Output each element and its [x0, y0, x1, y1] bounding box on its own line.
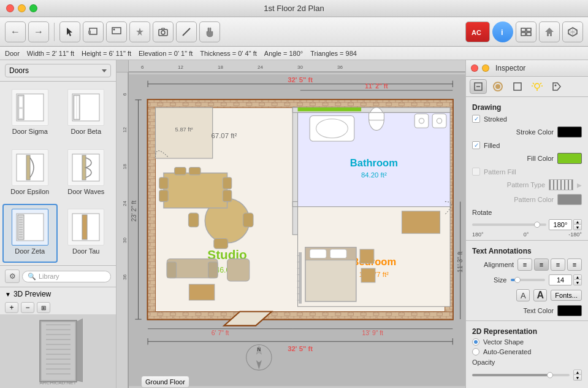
- back-button[interactable]: ←: [5, 21, 26, 42]
- svg-text:32' 5" ft: 32' 5" ft: [288, 76, 313, 83]
- plan-area[interactable]: 6 12 18 24 30 36 6 12 18 24 30 36: [116, 60, 465, 388]
- vector-shape-radio[interactable]: [472, 338, 479, 346]
- fill-color-box[interactable]: [557, 153, 582, 164]
- door-item-zeta[interactable]: Door Zeta: [2, 204, 58, 263]
- door-item-epsilon[interactable]: Door Epsilon: [2, 144, 58, 203]
- opacity-down[interactable]: ▼: [573, 375, 582, 381]
- info-thickness: Thickness = 0' 4" ft: [200, 50, 257, 57]
- tool-camera[interactable]: [153, 21, 174, 42]
- tool-hand[interactable]: [199, 21, 220, 42]
- svg-rect-119: [214, 238, 228, 249]
- svg-text:18: 18: [218, 64, 223, 70]
- inspector-close-btn[interactable]: [471, 64, 478, 72]
- svg-text:6: 6: [122, 93, 128, 96]
- tool-magic[interactable]: [129, 21, 150, 42]
- insp-tab-pen[interactable]: [470, 79, 487, 94]
- settings-btn[interactable]: ⚙: [5, 270, 20, 283]
- door-item-sigma[interactable]: Door Sigma: [2, 84, 58, 143]
- svg-text:32' 5" ft: 32' 5" ft: [288, 345, 313, 352]
- stroked-row: Stroked: [466, 113, 588, 125]
- svg-rect-125: [223, 177, 232, 189]
- archicad-btn[interactable]: AC: [465, 21, 490, 42]
- inspector-min-btn[interactable]: [482, 64, 489, 72]
- view-btn[interactable]: [516, 21, 536, 42]
- svg-point-159: [495, 84, 500, 89]
- auto-generated-radio[interactable]: [472, 348, 479, 355]
- text-size-value[interactable]: 14: [549, 274, 572, 285]
- svg-text:N: N: [257, 347, 261, 352]
- pattern-color-box[interactable]: [557, 194, 582, 205]
- svg-text:84.20 ft²: 84.20 ft²: [361, 171, 387, 179]
- stroke-color-box[interactable]: [557, 126, 582, 138]
- opacity-label-row: Opacity: [466, 357, 588, 368]
- svg-rect-135: [402, 211, 440, 233]
- svg-rect-115: [189, 284, 214, 300]
- svg-rect-136: [299, 252, 302, 303]
- opacity-up[interactable]: ▲: [573, 370, 582, 375]
- tool-move[interactable]: [83, 21, 104, 42]
- svg-text:AC: AC: [472, 29, 481, 36]
- search-box[interactable]: 🔍 Library: [22, 271, 111, 282]
- svg-text:11' 2" ft: 11' 2" ft: [365, 83, 388, 90]
- 3d-btn[interactable]: [562, 21, 583, 42]
- svg-rect-120: [188, 213, 199, 227]
- font-a-large-btn[interactable]: A: [533, 289, 547, 301]
- rotate-up[interactable]: ▲: [573, 219, 582, 225]
- door-item-waves[interactable]: Door Waves: [59, 144, 114, 203]
- align-center-btn[interactable]: ≡: [534, 258, 549, 271]
- opacity-slider[interactable]: [472, 374, 570, 376]
- zoom-in-btn[interactable]: +: [5, 302, 18, 313]
- close-button[interactable]: [6, 4, 14, 12]
- svg-rect-132: [330, 249, 346, 258]
- maximize-button[interactable]: [29, 4, 37, 12]
- svg-text:24: 24: [122, 201, 128, 206]
- insp-tab-texture[interactable]: [489, 79, 506, 94]
- font-a-small-btn[interactable]: A: [516, 289, 530, 301]
- svg-rect-122: [164, 173, 227, 208]
- rotate-down[interactable]: ▼: [573, 225, 582, 230]
- pattern-type-preview[interactable]: [549, 179, 573, 190]
- preview-section: ▼ 3D Preview + − ⊞: [0, 287, 116, 388]
- svg-text:i: i: [501, 28, 503, 37]
- door-item-tau[interactable]: Door Tau: [59, 204, 114, 263]
- align-left-btn[interactable]: ≡: [517, 258, 532, 271]
- category-dropdown[interactable]: Doors: [5, 64, 111, 77]
- text-size-up[interactable]: ▲: [573, 274, 582, 280]
- pattern-fill-checkbox[interactable]: [472, 168, 480, 176]
- info-btn[interactable]: i: [492, 21, 513, 42]
- svg-text:12: 12: [122, 127, 128, 133]
- info-height: Height = 6' 11" ft: [82, 50, 131, 57]
- door-item-beta[interactable]: Door Beta: [59, 84, 114, 143]
- opacity-slider-row: ▲ ▼: [466, 368, 588, 382]
- stroked-checkbox[interactable]: [472, 115, 480, 123]
- align-justify-btn[interactable]: ≡: [567, 258, 582, 271]
- main-content: Doors Door Sigma: [0, 60, 588, 388]
- door-icon-epsilon: [12, 149, 48, 186]
- zoom-out-btn[interactable]: −: [21, 302, 34, 313]
- text-size-slider[interactable]: [511, 279, 546, 281]
- rotate-slider-row: 180° ▲ ▼: [466, 218, 588, 231]
- tool-draw[interactable]: [106, 21, 127, 42]
- rotate-slider[interactable]: [472, 223, 546, 226]
- fonts-btn[interactable]: Fonts...: [551, 290, 582, 301]
- rotate-label-row: Rotate: [466, 207, 588, 218]
- minimize-button[interactable]: [18, 4, 26, 12]
- filled-checkbox[interactable]: [472, 141, 480, 149]
- svg-rect-21: [26, 155, 30, 180]
- tool-select[interactable]: [59, 21, 80, 42]
- insp-tab-tag[interactable]: [548, 79, 565, 94]
- text-color-box[interactable]: [557, 305, 582, 316]
- rotate-min-label: 180°: [472, 231, 484, 238]
- info-elevation: Elevation = 0' 1" ft: [139, 50, 193, 57]
- tool-measure[interactable]: [176, 21, 197, 42]
- zoom-fit-btn[interactable]: ⊞: [37, 302, 50, 313]
- fwd-button[interactable]: →: [28, 21, 49, 42]
- insp-tab-3d[interactable]: [509, 79, 526, 94]
- insp-tab-lighting[interactable]: [529, 79, 546, 94]
- preview-header[interactable]: ▼ 3D Preview: [0, 287, 116, 301]
- home-btn[interactable]: [539, 21, 560, 42]
- floor-selector[interactable]: Ground Floor: [141, 376, 189, 388]
- text-size-down[interactable]: ▼: [573, 280, 582, 285]
- align-right-btn[interactable]: ≡: [551, 258, 565, 271]
- rotate-max-label: -180°: [568, 231, 582, 238]
